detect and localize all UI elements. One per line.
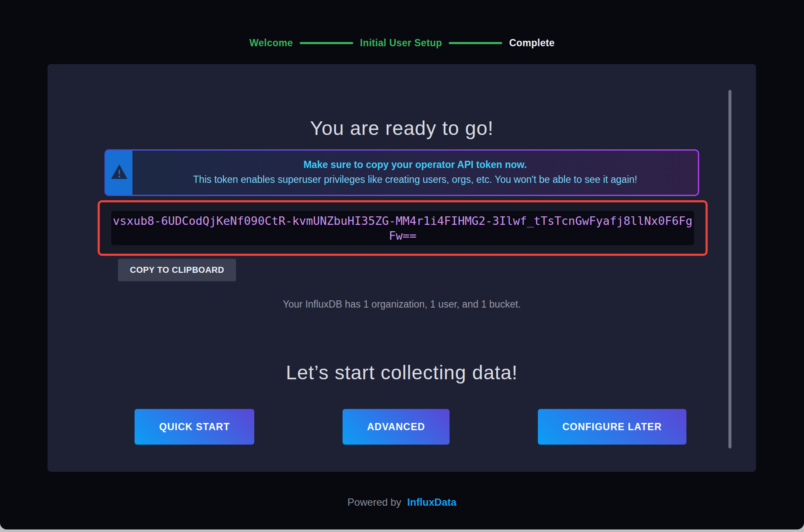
app-window: Welcome Initial User Setup Complete You …: [0, 0, 804, 529]
instance-summary-text: Your InfluxDB has 1 organization, 1 user…: [48, 299, 756, 310]
configure-later-button[interactable]: CONFIGURE LATER: [538, 409, 686, 445]
token-highlight-box: vsxub8-6UDCodQjKeNf090CtR-kvmUNZbuHI35ZG…: [98, 200, 708, 256]
warning-banner-inner: Make sure to copy your operator API toke…: [106, 151, 698, 195]
api-token-box[interactable]: vsxub8-6UDCodQjKeNf090CtR-kvmUNZbuHI35ZG…: [111, 211, 694, 245]
quick-start-button[interactable]: QUICK START: [135, 409, 254, 445]
ready-title: You are ready to go!: [48, 117, 756, 140]
warning-banner: Make sure to copy your operator API toke…: [104, 149, 699, 196]
wizard-card: You are ready to go! Make sure to copy y…: [48, 64, 756, 472]
footer: Powered by InfluxData: [0, 496, 804, 508]
cta-title: Let’s start collecting data!: [48, 361, 756, 384]
warning-headline: Make sure to copy your operator API toke…: [132, 157, 698, 172]
warning-text-block: Make sure to copy your operator API toke…: [132, 151, 698, 195]
step-initial-user-setup: Initial User Setup: [360, 37, 442, 49]
api-token-value: vsxub8-6UDCodQjKeNf090CtR-kvmUNZbuHI35ZG…: [111, 213, 694, 243]
advanced-button[interactable]: ADVANCED: [343, 409, 450, 445]
step-connector-line: [300, 42, 353, 44]
step-complete: Complete: [509, 37, 554, 49]
powered-by-label: Powered by: [348, 496, 402, 508]
step-welcome: Welcome: [249, 37, 293, 49]
cta-button-row: QUICK START ADVANCED CONFIGURE LATER: [135, 409, 686, 445]
scrollbar-thumb[interactable]: [728, 90, 731, 448]
step-connector-line: [449, 42, 502, 44]
setup-stepper: Welcome Initial User Setup Complete: [0, 37, 804, 49]
copy-to-clipboard-button[interactable]: COPY TO CLIPBOARD: [118, 259, 236, 281]
warning-icon-panel: [106, 151, 132, 195]
warning-body: This token enables superuser privileges …: [132, 172, 698, 187]
influxdata-link[interactable]: InfluxData: [407, 496, 456, 508]
warning-triangle-icon: [110, 163, 128, 182]
